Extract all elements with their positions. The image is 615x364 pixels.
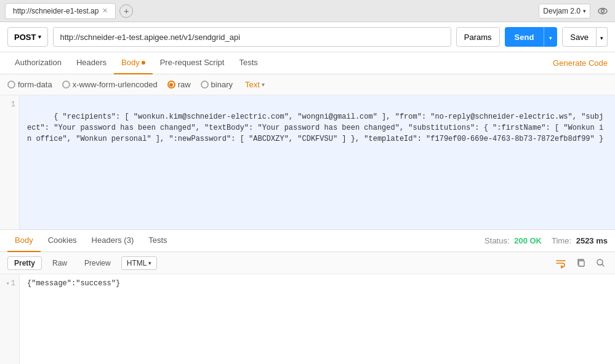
new-tab-button[interactable]: + (119, 4, 133, 18)
response-line-numbers: ▾ 1 (0, 274, 20, 364)
form-data-option[interactable]: form-data (7, 80, 52, 89)
tab-label: http://schneider-e1-test.ap (13, 7, 98, 15)
html-type-selector[interactable]: HTML ▾ (121, 256, 158, 270)
request-line-numbers: 1 (0, 95, 20, 229)
method-chevron-icon: ▾ (38, 34, 41, 40)
devjam-selector[interactable]: Devjam 2.0 ▾ (539, 4, 590, 18)
save-dropdown-button[interactable]: ▾ (597, 27, 608, 47)
response-icons (553, 256, 608, 271)
send-chevron-icon: ▾ (549, 35, 552, 41)
copy-icon[interactable] (573, 256, 588, 271)
raw-radio[interactable] (167, 81, 175, 89)
binary-radio[interactable] (201, 81, 209, 89)
send-group: Send ▾ (505, 27, 558, 47)
fold-icon: ▾ (6, 280, 10, 287)
wrap-icon[interactable] (553, 256, 568, 271)
x-www-radio[interactable] (62, 81, 70, 89)
svg-rect-2 (579, 261, 584, 266)
response-format-row: Pretty Raw Preview HTML ▾ (0, 252, 615, 274)
preview-button[interactable]: Preview (78, 256, 118, 270)
pretty-button[interactable]: Pretty (7, 256, 42, 270)
browser-tab-bar: http://schneider-e1-test.ap ✕ + Devjam 2… (0, 0, 615, 22)
save-group: Save ▾ (562, 27, 608, 47)
send-button[interactable]: Send (505, 27, 544, 47)
devjam-chevron-icon: ▾ (583, 8, 586, 14)
x-www-form-urlencoded-option[interactable]: x-www-form-urlencoded (62, 80, 158, 89)
search-icon[interactable] (593, 256, 608, 271)
resp-tab-headers[interactable]: Headers (3) (84, 230, 142, 252)
app-container: POST ▾ Params Send ▾ Save ▾ Authorizati (0, 22, 615, 364)
response-code-content: {"message":"success"} (20, 274, 615, 364)
resp-tab-tests[interactable]: Tests (141, 230, 174, 252)
response-section: Body Cookies Headers (3) Tests Status: 2… (0, 230, 615, 364)
svg-point-1 (601, 9, 605, 12)
generate-code-button[interactable]: Generate Code (553, 58, 608, 68)
save-chevron-icon: ▾ (600, 35, 603, 41)
request-code-content[interactable]: { "recipients": [ "wonkun.kim@schneider-… (20, 95, 615, 229)
raw-button[interactable]: Raw (46, 256, 74, 270)
tab-authorization[interactable]: Authorization (7, 52, 69, 74)
url-bar-row: POST ▾ Params Send ▾ Save ▾ (0, 22, 615, 52)
text-type-selector[interactable]: Text ▾ (243, 80, 265, 89)
request-code-editor[interactable]: 1 { "recipients": [ "wonkun.kim@schneide… (0, 95, 615, 230)
send-dropdown-button[interactable]: ▾ (544, 27, 557, 47)
form-data-radio[interactable] (7, 81, 15, 89)
body-options-row: form-data x-www-form-urlencoded raw bina… (0, 74, 615, 95)
tab-body[interactable]: Body (114, 52, 153, 74)
time-label: Time: 2523 ms (552, 236, 608, 245)
eye-icon[interactable] (595, 4, 610, 18)
save-button[interactable]: Save (562, 27, 597, 47)
response-code-area: ▾ 1 {"message":"success"} (0, 274, 615, 364)
browser-tab[interactable]: http://schneider-e1-test.ap ✕ (5, 3, 116, 19)
tab-close-icon[interactable]: ✕ (102, 7, 108, 15)
tab-tests[interactable]: Tests (231, 52, 265, 74)
html-chevron-icon: ▾ (148, 260, 151, 266)
method-label: POST (14, 33, 36, 42)
binary-option[interactable]: binary (201, 80, 233, 89)
raw-option[interactable]: raw (167, 80, 191, 89)
response-tabs-row: Body Cookies Headers (3) Tests Status: 2… (0, 230, 615, 252)
method-button[interactable]: POST ▾ (7, 27, 48, 47)
tab-pre-request-script[interactable]: Pre-request Script (153, 52, 232, 74)
status-label: Status: 200 OK (484, 236, 542, 245)
devjam-label: Devjam 2.0 (543, 7, 581, 15)
response-status: Status: 200 OK Time: 2523 ms (484, 236, 608, 245)
resp-tab-cookies[interactable]: Cookies (41, 230, 84, 252)
url-input[interactable] (53, 27, 451, 47)
text-type-chevron-icon: ▾ (262, 81, 265, 88)
tab-headers[interactable]: Headers (69, 52, 114, 74)
request-tabs-row: Authorization Headers Body Pre-request S… (0, 52, 615, 74)
params-button[interactable]: Params (456, 27, 500, 47)
resp-tab-body[interactable]: Body (7, 230, 41, 252)
body-tab-dot (142, 61, 145, 65)
raw-radio-inner (169, 83, 173, 87)
browser-right-controls: Devjam 2.0 ▾ (539, 4, 610, 18)
